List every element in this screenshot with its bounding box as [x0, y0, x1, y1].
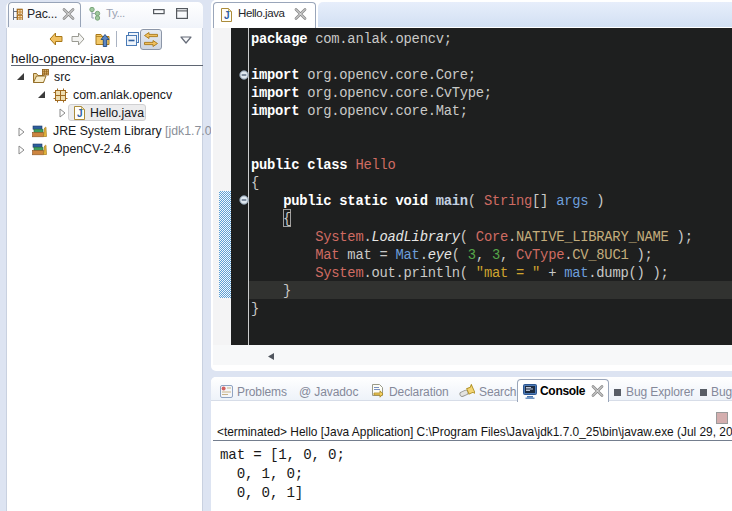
svg-text:J: J [77, 108, 83, 119]
svg-text:J: J [224, 10, 230, 21]
